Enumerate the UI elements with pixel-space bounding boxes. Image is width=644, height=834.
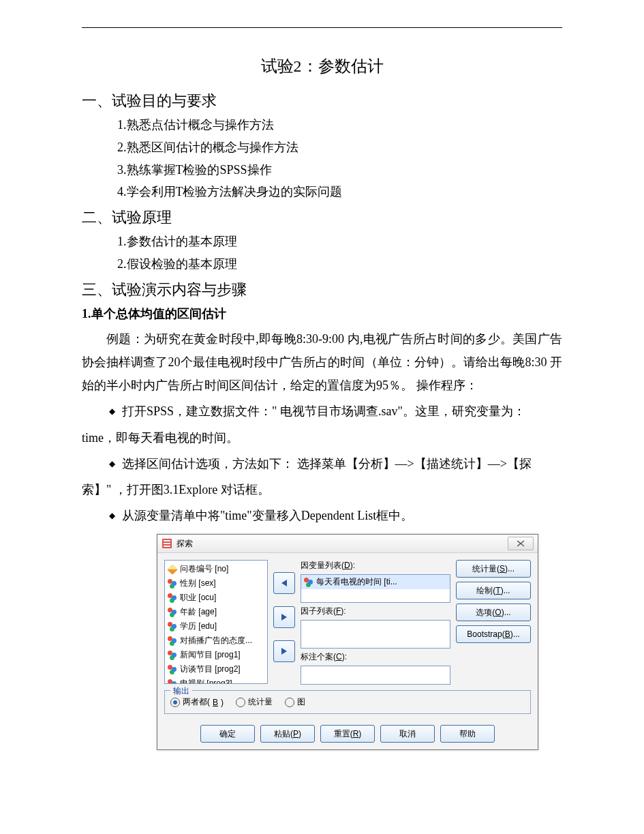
var-label: 职业 [ocu]	[180, 592, 216, 604]
factor-list-label: 因子列表(F):	[301, 606, 450, 617]
move-to-dependent-button[interactable]	[273, 572, 295, 594]
source-variable-list[interactable]: 问卷编号 [no] 性别 [sex] 职业 [ocu] 年龄 [age] 学历 …	[164, 560, 268, 684]
svg-rect-2	[164, 543, 170, 544]
bullet-1-cont: time，即每天看电视的时间。	[82, 426, 562, 449]
output-legend: 输出	[170, 685, 192, 697]
nominal-var-icon	[168, 593, 177, 603]
s1-item: 2.熟悉区间估计的概念与操作方法	[117, 138, 562, 158]
list-item[interactable]: 电视剧 [prog3]	[165, 676, 267, 684]
dependent-list-label: 因变量列表(D):	[301, 560, 450, 571]
list-item[interactable]: 职业 [ocu]	[165, 591, 267, 605]
radio-label: 统计量	[248, 696, 273, 708]
var-label: 每天看电视的时间 [ti...	[316, 576, 397, 588]
bullet-2-cont: 索】" ，打开图3.1Explore 对话框。	[82, 478, 562, 501]
list-item[interactable]: 年龄 [age]	[165, 605, 267, 619]
paste-button[interactable]: 粘贴(P)	[260, 725, 315, 743]
statistics-button[interactable]: 统计量(S)...	[456, 560, 531, 578]
var-label: 访谈节目 [prog2]	[180, 664, 241, 675]
svg-rect-1	[164, 540, 170, 541]
var-label: 学历 [edu]	[180, 621, 217, 632]
subsection-heading: 1.单个总体均值的区间估计	[82, 306, 562, 322]
s1-item: 3.熟练掌握T检验的SPSS操作	[117, 160, 562, 180]
bullet-1: 打开SPSS，建立数据文件：" 电视节目市场调查.sav"。这里，研究变量为：	[82, 400, 562, 423]
radio-both[interactable]: 两者都(B)	[170, 696, 224, 708]
document-page: 试验2：参数估计 一、试验目的与要求 1.熟悉点估计概念与操作方法 2.熟悉区间…	[0, 0, 644, 791]
nominal-var-icon	[304, 578, 313, 587]
radio-icon	[170, 698, 180, 707]
svg-rect-3	[164, 546, 170, 547]
list-item[interactable]: 性别 [sex]	[165, 576, 267, 591]
case-label-list[interactable]	[301, 666, 450, 685]
list-item[interactable]: 学历 [edu]	[165, 619, 267, 634]
nominal-var-icon	[168, 579, 177, 589]
bullet-3: 从源变量清单中将"time"变量移入Dependent List框中。	[82, 504, 562, 527]
bullet-2: 选择区间估计选项，方法如下： 选择菜单【分析】—>【描述统计】—>【探	[82, 452, 562, 475]
arrow-right-icon	[279, 646, 289, 656]
factor-list[interactable]	[301, 620, 450, 649]
radio-statistics[interactable]: 统计量	[236, 696, 273, 708]
s1-item: 4.学会利用T检验方法解决身边的实际问题	[117, 182, 562, 202]
reset-button[interactable]: 重置(R)	[320, 725, 375, 743]
var-label: 新闻节目 [prog1]	[180, 649, 241, 661]
radio-plots[interactable]: 图	[285, 696, 305, 708]
scale-var-icon	[167, 564, 178, 575]
nominal-var-icon	[168, 608, 177, 617]
list-item[interactable]: 每天看电视的时间 [ti...	[301, 575, 450, 589]
section-2-heading: 二、试验原理	[82, 207, 562, 228]
section-3-heading: 三、试验演示内容与步骤	[82, 280, 562, 300]
arrow-left-icon	[279, 578, 289, 588]
var-label: 性别 [sex]	[180, 578, 216, 589]
help-button[interactable]: 帮助	[440, 725, 495, 743]
nominal-var-icon	[168, 665, 177, 674]
list-item[interactable]: 访谈节目 [prog2]	[165, 662, 267, 676]
nominal-var-icon	[168, 651, 177, 660]
svg-marker-6	[281, 580, 287, 586]
dependent-list[interactable]: 每天看电视的时间 [ti...	[301, 574, 450, 603]
nominal-var-icon	[168, 636, 177, 646]
close-button[interactable]	[508, 537, 534, 550]
list-item[interactable]: 对插播广告的态度...	[165, 634, 267, 648]
section-1-heading: 一、试验目的与要求	[82, 91, 562, 111]
bootstrap-button[interactable]: Bootstrap(B)...	[456, 625, 531, 643]
svg-marker-7	[281, 614, 287, 621]
plots-button[interactable]: 绘制(T)...	[456, 582, 531, 599]
arrow-right-icon	[279, 612, 289, 622]
dialog-titlebar[interactable]: 探索	[157, 535, 538, 553]
var-label: 电视剧 [prog3]	[180, 678, 232, 684]
page-title: 试验2：参数估计	[82, 55, 562, 77]
var-label: 对插播广告的态度...	[180, 635, 252, 646]
output-group: 输出 两者都(B) 统计量 图	[164, 690, 531, 714]
target-lists: 因变量列表(D): 每天看电视的时间 [ti... 因子列表(F): 标注个案(…	[301, 560, 450, 685]
case-label-label: 标注个案(C):	[301, 651, 450, 663]
app-icon	[162, 538, 172, 549]
nominal-var-icon	[168, 679, 177, 685]
var-label: 年龄 [age]	[180, 606, 217, 618]
options-button[interactable]: 选项(O)...	[456, 604, 531, 621]
move-to-case-button[interactable]	[273, 640, 295, 662]
spss-explore-dialog: 探索 问卷编号 [no] 性别 [sex] 职业 [ocu] 年龄 [age] …	[157, 534, 538, 750]
list-item[interactable]: 新闻节目 [prog1]	[165, 648, 267, 662]
transfer-buttons	[273, 560, 295, 685]
ok-button[interactable]: 确定	[200, 725, 255, 743]
s2-item: 2.假设检验的基本原理	[117, 254, 562, 274]
dialog-footer: 确定 粘贴(P) 重置(R) 取消 帮助	[157, 719, 538, 749]
nominal-var-icon	[168, 622, 177, 631]
s2-item: 1.参数估计的基本原理	[117, 232, 562, 252]
close-icon	[517, 540, 525, 547]
radio-icon	[236, 698, 245, 707]
dialog-title: 探索	[177, 538, 508, 550]
list-item[interactable]: 问卷编号 [no]	[165, 562, 267, 576]
dialog-side-buttons: 统计量(S)... 绘制(T)... 选项(O)... Bootstrap(B)…	[456, 560, 531, 685]
radio-icon	[285, 698, 294, 707]
radio-label: 图	[297, 696, 305, 708]
s1-item: 1.熟悉点估计概念与操作方法	[117, 115, 562, 135]
example-paragraph: 例题：为研究在黄金时段中,即每晚8:30-9:00 内,电视广告所占时间的多少。…	[82, 327, 562, 398]
cancel-button[interactable]: 取消	[380, 725, 435, 743]
rule-top	[82, 27, 562, 28]
var-label: 问卷编号 [no]	[180, 563, 228, 575]
move-to-factor-button[interactable]	[273, 606, 295, 628]
svg-marker-8	[281, 648, 287, 655]
